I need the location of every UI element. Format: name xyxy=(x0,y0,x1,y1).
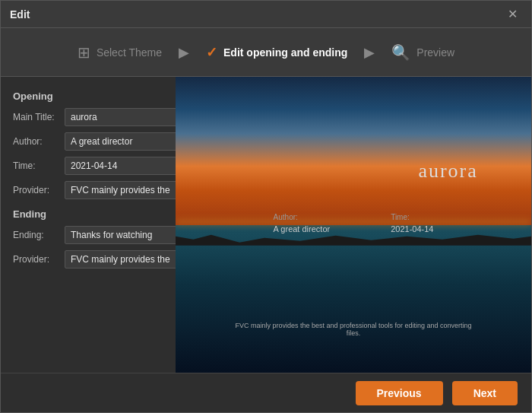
ending-row: Ending: xyxy=(13,226,163,244)
provider-row: Provider: xyxy=(13,181,163,199)
next-button[interactable]: Next xyxy=(452,381,518,405)
grid-icon: ⊞ xyxy=(78,43,90,62)
nav-select-theme[interactable]: ⊞ Select Theme xyxy=(64,37,176,68)
right-panel: aurora Author: A great director Time: 20… xyxy=(176,77,531,373)
ending-input[interactable] xyxy=(65,226,176,244)
edit-window: Edit ✕ ⊞ Select Theme ▶ ✓ Edit opening a… xyxy=(0,0,532,413)
preview-title: aurora xyxy=(418,160,477,183)
author-label: Author: xyxy=(13,136,65,147)
provider-input[interactable] xyxy=(65,181,176,199)
nav-preview-label: Preview xyxy=(416,46,454,59)
main-title-label: Main Title: xyxy=(13,112,65,122)
bottom-bar: Previous Next xyxy=(1,373,531,412)
nav-arrow-1: ▶ xyxy=(176,44,192,61)
preview-author-section: Author: A great director Time: 2021-04-1… xyxy=(274,213,434,234)
time-input[interactable] xyxy=(65,157,176,175)
preview-image: aurora Author: A great director Time: 20… xyxy=(176,77,531,373)
top-nav: ⊞ Select Theme ▶ ✓ Edit opening and endi… xyxy=(1,28,531,77)
nav-preview[interactable]: 🔍 Preview xyxy=(378,37,468,68)
provider2-input[interactable] xyxy=(65,250,176,268)
author-meta-value: A great director xyxy=(274,224,331,234)
close-button[interactable]: ✕ xyxy=(503,5,522,23)
nav-edit-opening[interactable]: ✓ Edit opening and ending xyxy=(192,38,361,67)
previous-button[interactable]: Previous xyxy=(356,381,443,405)
ending-label: Ending: xyxy=(13,230,65,240)
provider2-row: Provider: xyxy=(13,250,163,268)
provider2-label: Provider: xyxy=(13,254,65,265)
content-area: Opening Main Title: Author: Time: Provid… xyxy=(1,77,531,373)
time-meta-label: Time: xyxy=(391,213,433,221)
provider-label: Provider: xyxy=(13,185,65,195)
title-bar: Edit ✕ xyxy=(1,1,531,28)
nav-arrow-2: ▶ xyxy=(361,44,378,61)
author-row: Author: xyxy=(13,132,163,151)
window-title: Edit xyxy=(10,8,30,21)
author-meta-col: Author: A great director xyxy=(274,213,331,234)
opening-section-label: Opening xyxy=(13,91,163,102)
time-meta-value: 2021-04-14 xyxy=(391,224,433,234)
preview-water xyxy=(176,225,531,373)
edit-icon: ✓ xyxy=(206,44,217,61)
ending-section-label: Ending xyxy=(13,208,163,220)
author-input[interactable] xyxy=(65,132,176,151)
main-title-input[interactable] xyxy=(65,108,176,126)
preview-provider: FVC mainly provides the best and profess… xyxy=(229,322,478,337)
nav-select-theme-label: Select Theme xyxy=(97,46,162,59)
time-meta-col: Time: 2021-04-14 xyxy=(391,213,433,234)
left-panel: Opening Main Title: Author: Time: Provid… xyxy=(1,77,176,373)
time-row: Time: xyxy=(13,157,163,175)
author-meta-label: Author: xyxy=(274,213,331,221)
nav-edit-label: Edit opening and ending xyxy=(223,46,347,59)
time-label: Time: xyxy=(13,160,65,171)
preview-icon: 🔍 xyxy=(391,43,410,62)
main-title-row: Main Title: xyxy=(13,108,163,126)
